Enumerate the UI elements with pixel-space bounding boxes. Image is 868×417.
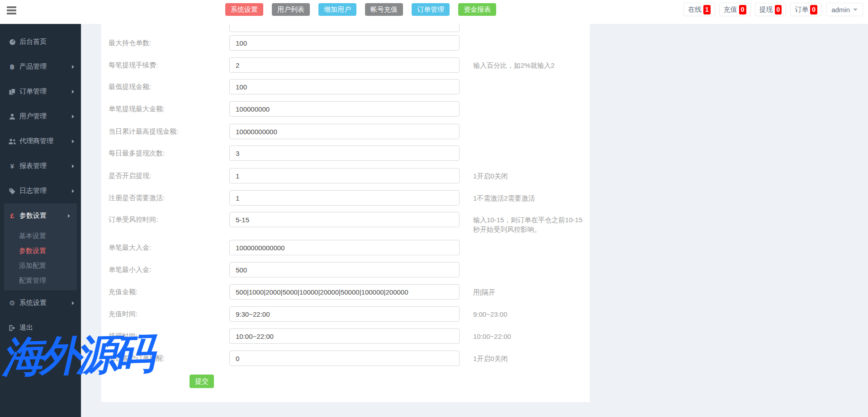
field-label: 最低提现金额: xyxy=(109,79,226,94)
quick-buttons-bar: 系统设置 用户列表 增加用户 帐号充值 订单管理 资金报表 xyxy=(225,3,496,16)
recharge-amounts-input[interactable] xyxy=(229,284,460,300)
user-icon xyxy=(8,113,16,120)
withdraw-fee-input[interactable] xyxy=(229,57,460,73)
chevron-down-icon xyxy=(853,9,858,11)
field-hint: 用|隔开 xyxy=(473,287,584,297)
top-header: 系统设置 用户列表 增加用户 帐号充值 订单管理 资金报表 在线 1 充值 0 … xyxy=(0,0,868,24)
sidebar-item-reports[interactable]: ¥ 报表管理 xyxy=(0,154,81,178)
funds-report-button[interactable]: 资金报表 xyxy=(458,3,496,16)
min-deposit-input[interactable] xyxy=(229,262,460,277)
sidebar-item-label: 退出 xyxy=(19,323,33,332)
order-stat[interactable]: 订单 0 xyxy=(790,3,822,16)
max-withdraw-daily-input[interactable] xyxy=(229,124,460,139)
header-right-group: 在线 1 充值 0 提现 0 订单 0 admin xyxy=(683,3,863,16)
yen-icon: ¥ xyxy=(8,162,16,170)
form-row-max-deposit: 单笔最大入金: xyxy=(101,240,590,255)
field-input-cutoff[interactable] xyxy=(229,24,460,32)
field-label: 注册是否需要激活: xyxy=(109,190,226,206)
sidebar: 后台首页 ฿ 产品管理 订单管理 用户管理 代理商管理 ¥ 报表管理 xyxy=(0,24,81,417)
sidebar-item-products[interactable]: ฿ 产品管理 xyxy=(0,54,81,79)
risk-control-time-input[interactable] xyxy=(229,212,460,227)
form-row-min-deposit: 单笔最小入金: xyxy=(101,262,590,277)
order-reminder-input[interactable] xyxy=(229,351,460,366)
sidebar-item-dashboard[interactable]: 后台首页 xyxy=(0,29,81,54)
form-row-max-withdraw-daily: 当日累计最高提现金额: xyxy=(101,124,590,139)
chevron-right-icon xyxy=(72,140,74,143)
form-row-register-activation: 注册是否需要激活: 1不需激活2需要激活 xyxy=(101,190,590,206)
sidebar-item-users[interactable]: 用户管理 xyxy=(0,104,81,129)
field-label: 充值时间: xyxy=(109,306,226,322)
chevron-right-icon xyxy=(68,214,70,218)
order-stat-label: 订单 xyxy=(795,5,808,14)
withdraw-stat[interactable]: 提现 0 xyxy=(755,3,787,16)
system-settings-button[interactable]: 系统设置 xyxy=(225,3,263,16)
online-stat-label: 在线 xyxy=(688,5,702,14)
field-label: 单笔提现最大金额: xyxy=(109,101,226,117)
user-menu[interactable]: admin xyxy=(826,3,863,16)
chevron-right-icon xyxy=(72,301,74,305)
withdraw-count-badge: 0 xyxy=(775,5,782,14)
username-label: admin xyxy=(831,6,850,14)
pound-icon: £ xyxy=(8,212,16,220)
recharge-stat[interactable]: 充值 0 xyxy=(719,3,751,16)
withdraw-stat-label: 提现 xyxy=(759,5,773,14)
field-hint: 1不需激活2需要激活 xyxy=(473,193,584,203)
account-recharge-button[interactable]: 帐号充值 xyxy=(365,3,403,16)
online-stat[interactable]: 在线 1 xyxy=(683,3,715,16)
chevron-right-icon xyxy=(72,65,74,69)
field-label: 单笔最大入金: xyxy=(109,240,226,255)
min-withdraw-input[interactable] xyxy=(229,79,460,94)
sidebar-subitem-config-manage[interactable]: 配置管理 xyxy=(4,273,77,288)
sidebar-item-agents[interactable]: 代理商管理 xyxy=(0,129,81,154)
field-hint: 9:00~23:00 xyxy=(473,309,584,319)
sidebar-subitem-basic-settings[interactable]: 基本设置 xyxy=(4,228,77,243)
chevron-right-icon xyxy=(72,115,74,118)
form-row-max-withdraw-single: 单笔提现最大金额: xyxy=(101,101,590,117)
recharge-stat-label: 充值 xyxy=(724,5,737,14)
gears-icon: ⚙ xyxy=(8,299,16,307)
form-row-risk-control-time: 订单受风控时间: 输入10-15，则订单在平仓之前10-15秒开始受到风控影响。 xyxy=(101,212,590,227)
sidebar-item-logout[interactable]: 退出 xyxy=(0,315,81,340)
form-row-min-withdraw: 最低提现金额: xyxy=(101,79,590,94)
field-label: 当日累计最高提现金额: xyxy=(109,124,226,139)
recharge-time-input[interactable] xyxy=(229,306,460,322)
user-list-button[interactable]: 用户列表 xyxy=(272,3,310,16)
bitcoin-icon: ฿ xyxy=(8,63,16,71)
form-row-cutoff xyxy=(101,24,590,32)
orders-icon xyxy=(8,88,16,95)
sidebar-item-label: 报表管理 xyxy=(19,162,47,170)
field-label: 后台客户订单提醒: xyxy=(109,351,226,366)
sidebar-item-logs[interactable]: 日志管理 xyxy=(0,178,81,203)
field-label: 提现时间: xyxy=(109,328,226,344)
max-withdraw-single-input[interactable] xyxy=(229,101,460,117)
chevron-right-icon xyxy=(72,164,74,168)
withdraw-enabled-input[interactable] xyxy=(229,168,460,183)
sidebar-item-label: 用户管理 xyxy=(19,112,47,121)
form-row-max-positions: 最大持仓单数: xyxy=(101,35,590,51)
max-positions-input[interactable] xyxy=(229,35,460,51)
withdraw-times-input[interactable] xyxy=(229,145,460,161)
order-manage-button[interactable]: 订单管理 xyxy=(412,3,450,16)
sidebar-group-params: £ 参数设置 基本设置 参数设置 添加配置 配置管理 xyxy=(4,203,77,290)
sidebar-item-system[interactable]: ⚙ 系统设置 xyxy=(0,290,81,315)
form-row-withdraw-fee: 每笔提现手续费: 输入百分比，如2%就输入2 xyxy=(101,57,590,73)
sidebar-item-orders[interactable]: 订单管理 xyxy=(0,79,81,104)
max-deposit-input[interactable] xyxy=(229,240,460,255)
sidebar-item-params[interactable]: £ 参数设置 xyxy=(4,203,77,228)
register-activation-input[interactable] xyxy=(229,190,460,206)
chevron-right-icon xyxy=(72,189,74,193)
hamburger-menu-icon[interactable] xyxy=(7,6,18,17)
online-count-badge: 1 xyxy=(703,5,711,14)
field-label: 单笔最小入金: xyxy=(109,262,226,277)
sidebar-item-label: 产品管理 xyxy=(19,62,47,71)
sidebar-subitem-add-config[interactable]: 添加配置 xyxy=(4,258,77,273)
submit-button[interactable]: 提交 xyxy=(190,375,214,388)
add-user-button[interactable]: 增加用户 xyxy=(318,3,356,16)
sidebar-subitem-param-settings[interactable]: 参数设置 xyxy=(4,243,77,258)
tags-icon xyxy=(8,187,16,195)
field-hint: 1开启0关闭 xyxy=(473,354,584,363)
form-row-withdraw-times: 每日最多提现次数: xyxy=(101,145,590,161)
form-row-recharge-amounts: 充值金额: 用|隔开 xyxy=(101,284,590,300)
withdraw-time-input[interactable] xyxy=(229,328,460,344)
field-label: 充值金额: xyxy=(109,284,226,300)
